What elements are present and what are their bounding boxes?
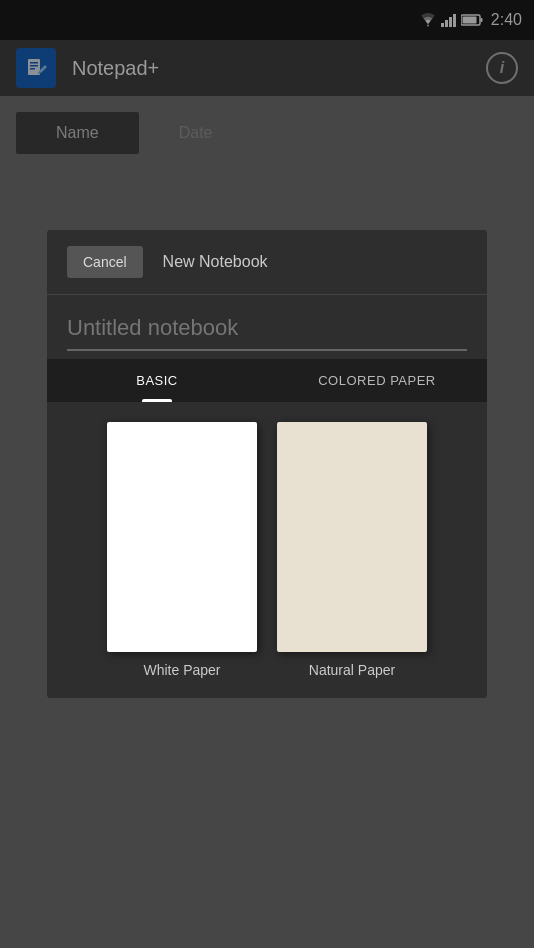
tab-basic[interactable]: BASIC (47, 359, 267, 402)
paper-option-white[interactable]: White Paper (107, 422, 257, 678)
tab-colored-paper[interactable]: COLORED PAPER (267, 359, 487, 402)
new-notebook-dialog: Cancel New Notebook BASIC COLORED PAPER … (47, 230, 487, 698)
paper-type-tabs: BASIC COLORED PAPER (47, 359, 487, 402)
notebook-name-container (47, 295, 487, 359)
natural-paper-preview (277, 422, 427, 652)
notebook-name-input[interactable] (67, 311, 467, 351)
dialog-header: Cancel New Notebook (47, 230, 487, 295)
cancel-button[interactable]: Cancel (67, 246, 143, 278)
natural-paper-label: Natural Paper (309, 662, 395, 678)
paper-options: White Paper Natural Paper (47, 402, 487, 698)
paper-option-natural[interactable]: Natural Paper (277, 422, 427, 678)
dialog-title: New Notebook (163, 253, 268, 271)
white-paper-preview (107, 422, 257, 652)
white-paper-label: White Paper (143, 662, 220, 678)
